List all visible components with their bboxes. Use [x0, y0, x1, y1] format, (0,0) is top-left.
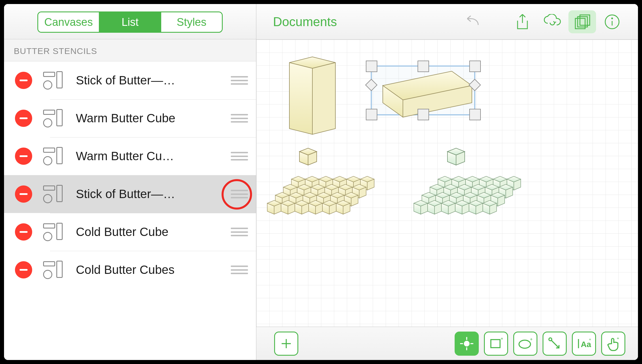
segmented-control-wrap: Canvases List Styles: [4, 4, 256, 39]
svg-marker-8: [312, 63, 335, 134]
stencils-icon[interactable]: [568, 10, 596, 33]
list-item[interactable]: Cold Butter Cubes: [4, 251, 256, 289]
sync-icon[interactable]: [539, 10, 566, 33]
svg-text:+: +: [589, 337, 591, 342]
svg-text:+: +: [501, 337, 503, 341]
list-item-label: Stick of Butter—…: [76, 187, 226, 201]
shape-cubes-warm[interactable]: [267, 176, 374, 214]
svg-line-183: [551, 340, 559, 348]
delete-button[interactable]: [15, 110, 32, 127]
tab-canvases[interactable]: Canvases: [38, 12, 99, 32]
segmented-control: Canvases List Styles: [37, 11, 223, 33]
svg-text:+: +: [617, 336, 619, 340]
list-item-label: Warm Butter Cu…: [76, 149, 226, 163]
right-pane: Documents: [256, 4, 638, 360]
delete-button[interactable]: [15, 185, 32, 203]
ellipse-tool-button[interactable]: +: [513, 332, 537, 356]
drag-handle-icon[interactable]: [231, 152, 248, 160]
list-item-label: Stick of Butter—…: [76, 73, 226, 87]
tab-styles[interactable]: Styles: [160, 12, 222, 32]
stencil-group-icon: [41, 109, 64, 127]
bottom-toolbar: + + Aa+ +: [256, 327, 638, 360]
canvas[interactable]: [256, 40, 638, 327]
drag-handle-icon[interactable]: [231, 190, 248, 198]
svg-point-173: [464, 341, 470, 346]
shape-cubes-cold[interactable]: [414, 176, 521, 214]
svg-rect-15: [470, 61, 480, 72]
list-item[interactable]: Cold Butter Cube: [4, 213, 256, 251]
list-item-label: Cold Butter Cube: [76, 225, 226, 239]
stencil-group-icon: [41, 185, 64, 203]
shape-cube-cold[interactable]: [447, 148, 465, 165]
list-item[interactable]: Warm Butter Cube: [4, 99, 256, 137]
drag-handle-icon[interactable]: [231, 76, 248, 85]
stencil-list: Stick of Butter—…Warm Butter CubeWarm Bu…: [4, 61, 256, 360]
drag-handle-icon[interactable]: [231, 114, 248, 123]
list-item[interactable]: Stick of Butter—…: [4, 175, 256, 213]
shape-stick-warm[interactable]: [289, 57, 335, 134]
list-item[interactable]: Warm Butter Cu…: [4, 137, 256, 175]
svg-rect-18: [470, 109, 480, 120]
stencil-group-icon: [41, 71, 64, 90]
svg-marker-7: [289, 63, 312, 134]
drag-handle-icon[interactable]: [231, 228, 248, 236]
top-toolbar: Documents: [256, 4, 638, 40]
section-header: BUTTER STENCILS: [4, 39, 256, 61]
app-window: Canvases List Styles BUTTER STENCILS Sti…: [0, 0, 642, 364]
stencil-group-icon: [41, 147, 64, 165]
line-tool-button[interactable]: [543, 332, 567, 356]
svg-rect-17: [418, 109, 429, 120]
text-tool-button[interactable]: Aa+: [572, 332, 596, 356]
delete-button[interactable]: [15, 72, 32, 89]
documents-button[interactable]: Documents: [273, 15, 337, 29]
delete-button[interactable]: [15, 223, 32, 241]
canvas-shapes: [256, 40, 638, 327]
stencil-group-icon: [41, 223, 64, 241]
svg-rect-16: [366, 109, 377, 120]
add-shape-button[interactable]: [274, 332, 298, 356]
shape-cube-warm[interactable]: [299, 148, 317, 165]
svg-point-5: [612, 18, 613, 19]
svg-point-180: [519, 340, 530, 348]
touch-tool-button[interactable]: +: [601, 332, 625, 356]
undo-button[interactable]: [459, 10, 486, 33]
delete-button[interactable]: [15, 261, 32, 278]
selection-tool-button[interactable]: [455, 332, 479, 356]
svg-text:+: +: [530, 337, 533, 342]
delete-button[interactable]: [15, 148, 32, 165]
list-item[interactable]: Stick of Butter—…: [4, 61, 256, 99]
share-icon[interactable]: [509, 10, 536, 33]
svg-rect-178: [491, 340, 500, 348]
tab-list[interactable]: List: [99, 12, 160, 32]
sidebar: Canvases List Styles BUTTER STENCILS Sti…: [4, 4, 256, 360]
stencil-group-icon: [41, 261, 64, 279]
svg-rect-14: [418, 61, 429, 72]
info-icon[interactable]: [598, 10, 626, 33]
list-item-label: Cold Butter Cubes: [76, 263, 226, 277]
list-item-label: Warm Butter Cube: [76, 111, 226, 125]
rectangle-tool-button[interactable]: +: [484, 332, 508, 356]
drag-handle-icon[interactable]: [231, 266, 248, 274]
svg-rect-13: [366, 61, 377, 72]
